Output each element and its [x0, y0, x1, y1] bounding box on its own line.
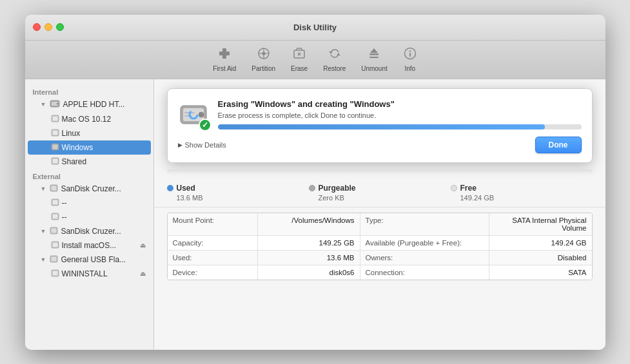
first-aid-label: First Aid	[213, 65, 236, 72]
svg-rect-23	[52, 144, 57, 149]
disclosure-sandisk2: ▼	[41, 228, 46, 235]
svg-rect-10	[369, 53, 379, 55]
check-badge: ✓	[199, 119, 212, 131]
titlebar: Disk Utility	[25, 15, 605, 41]
svg-rect-1	[222, 48, 226, 59]
partition-label: Partition	[251, 65, 275, 72]
detail-key-available: Available (Purgeable + Free):	[360, 236, 489, 250]
progress-bar-track	[218, 124, 582, 129]
eject-icon-wininstall[interactable]: ⏏	[140, 270, 146, 277]
maximize-button[interactable]	[56, 23, 64, 31]
dialog-subtitle: Erase process is complete, click Done to…	[218, 111, 582, 119]
first-aid-button[interactable]: First Aid	[206, 44, 242, 75]
windows-label: Windows	[62, 143, 94, 152]
partition-button[interactable]: Partition	[245, 44, 282, 75]
svg-rect-33	[52, 228, 57, 233]
svg-rect-14	[409, 53, 411, 57]
usb-icon-general-usb	[50, 254, 58, 265]
general-usb-label: General USB Fla...	[61, 255, 126, 264]
sidebar-item-apple-hdd[interactable]: ▼ APPLE HDD HT...	[28, 97, 151, 112]
detail-val-available: 149.24 GB	[489, 236, 592, 250]
sidebar-item-mac-os[interactable]: Mac OS 10.12	[28, 112, 151, 126]
sidebar-item-sandisk1[interactable]: ▼ SanDisk Cruzer...	[28, 182, 151, 196]
sidebar-item-sandisk1-sub2[interactable]: --	[28, 210, 151, 224]
linux-label: Linux	[62, 129, 81, 138]
first-aid-icon	[217, 46, 231, 64]
restore-button[interactable]: Restore	[317, 44, 352, 75]
close-button[interactable]	[33, 23, 41, 31]
sidebar-item-linux[interactable]: Linux	[28, 126, 151, 140]
svg-rect-25	[52, 158, 57, 163]
usb-icon-sandisk2	[50, 226, 58, 236]
info-button[interactable]: Info	[397, 44, 424, 75]
svg-marker-8	[337, 53, 340, 55]
section-internal-label: Internal	[25, 84, 153, 97]
sidebar-item-general-usb[interactable]: ▼ General USB Fla...	[28, 253, 151, 267]
details-table: Mount Point: /Volumes/Windows Type: SATA…	[167, 213, 593, 280]
disk-stat-purgeable: Purgeable Zero KB	[309, 184, 451, 202]
dialog-bottom: ▶ Show Details Done	[178, 137, 582, 153]
sidebar: Internal ▼ APPLE HDD HT...	[25, 79, 154, 350]
sidebar-item-shared[interactable]: Shared	[28, 155, 151, 169]
purgeable-value: Zero KB	[309, 194, 451, 202]
vol-icon-sub1	[51, 198, 59, 208]
sandisk1-label: SanDisk Cruzer...	[61, 184, 121, 193]
app-window: Disk Utility First Aid Partition	[25, 15, 605, 350]
sidebar-item-wininstall[interactable]: WININSTALL ⏏	[28, 267, 151, 281]
done-button[interactable]: Done	[535, 137, 582, 153]
usb-icon-sandisk1	[50, 184, 58, 194]
dialog-top: ✓ Erasing "Windows" and creating "Window…	[178, 99, 582, 130]
wininstall-label: WININSTALL	[62, 269, 108, 278]
vol-icon-wininstall	[51, 269, 59, 279]
sidebar-item-windows[interactable]: Windows	[28, 140, 151, 155]
section-external-label: External	[25, 169, 153, 182]
svg-rect-29	[52, 200, 57, 204]
svg-rect-35	[52, 242, 57, 247]
table-row: Mount Point: /Volumes/Windows Type: SATA…	[168, 213, 592, 236]
show-details-button[interactable]: ▶ Show Details	[178, 141, 226, 149]
svg-rect-37	[52, 256, 57, 261]
unmount-label: Unmount	[361, 65, 388, 72]
detail-key-connection: Connection:	[360, 265, 489, 280]
info-icon	[403, 46, 417, 64]
erase-icon	[292, 46, 306, 64]
erase-label: Erase	[291, 65, 308, 72]
detail-val-device: disk0s6	[258, 265, 360, 280]
free-value: 149.24 GB	[451, 194, 593, 202]
detail-key-capacity: Capacity:	[168, 236, 258, 250]
restore-icon	[328, 46, 342, 64]
svg-rect-39	[52, 271, 57, 275]
svg-rect-21	[52, 130, 57, 135]
minimize-button[interactable]	[44, 23, 52, 31]
erase-button[interactable]: Erase	[284, 44, 314, 75]
detail-key-device: Device:	[168, 265, 258, 280]
used-dot	[167, 185, 173, 191]
svg-rect-11	[369, 57, 379, 58]
table-row: Device: disk0s6 Connection: SATA	[168, 265, 592, 280]
svg-marker-7	[329, 52, 333, 53]
table-row: Used: 13.6 MB Owners: Disabled	[168, 251, 592, 265]
svg-point-13	[409, 50, 411, 52]
disclosure-apple-hdd: ▼	[41, 101, 46, 108]
toolbar: First Aid Partition Erase	[25, 41, 605, 79]
svg-rect-31	[52, 214, 57, 218]
detail-val-type: SATA Internal Physical Volume	[489, 213, 592, 235]
window-title: Disk Utility	[293, 23, 337, 32]
detail-val-connection: SATA	[489, 265, 592, 280]
sidebar-item-install-macos[interactable]: Install macOS... ⏏	[28, 238, 151, 253]
vol-icon-shared	[51, 157, 59, 167]
progress-bar-fill	[218, 124, 546, 129]
free-dot	[451, 185, 457, 191]
sidebar-item-sandisk1-sub1[interactable]: --	[28, 196, 151, 210]
sidebar-item-sandisk2[interactable]: ▼ SanDisk Cruzer...	[28, 224, 151, 238]
unmount-button[interactable]: Unmount	[355, 44, 394, 75]
shared-label: Shared	[62, 157, 87, 166]
install-macos-label: Install macOS...	[62, 241, 117, 250]
svg-marker-9	[370, 48, 378, 53]
eject-icon-install-macos[interactable]: ⏏	[140, 242, 146, 249]
detail-val-used: 13.6 MB	[258, 251, 360, 265]
partition-icon	[257, 46, 271, 64]
disclosure-sandisk1: ▼	[41, 186, 46, 192]
vol-icon-mac-os	[51, 114, 59, 124]
used-label: Used	[177, 184, 195, 193]
